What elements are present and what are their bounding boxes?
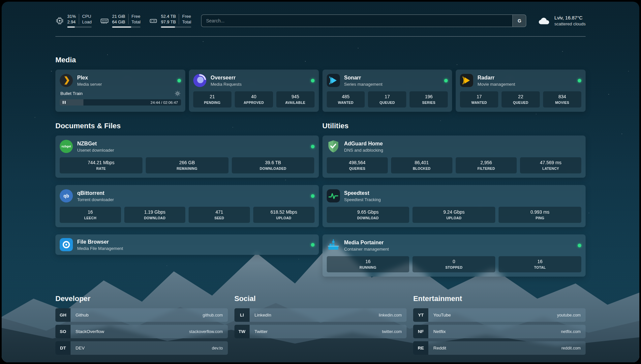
- portainer-icon: [327, 239, 340, 252]
- pause-button[interactable]: [63, 101, 66, 104]
- ram-total-value: 64 GiB: [112, 19, 125, 25]
- bookmark-stackoverflow[interactable]: SO StackOverflow stackoverflow.com: [55, 325, 228, 338]
- section-social: Social LI LinkedIn linkedin.com TW Twitt…: [234, 294, 407, 358]
- status-online-dot: [578, 79, 581, 82]
- app-subtitle: Torrent downloader: [77, 197, 114, 202]
- weather-location: Lviv, 16.87°C: [554, 15, 586, 20]
- github-icon: GH: [55, 308, 71, 322]
- search-input[interactable]: [201, 15, 512, 27]
- app-subtitle: Usenet downloader: [77, 148, 114, 153]
- stat-series: 196SERIES: [410, 91, 448, 107]
- stat-wanted: 17WANTED: [460, 91, 498, 107]
- cpu-progress-bar: [67, 26, 92, 28]
- bookmark-linkedin[interactable]: LI LinkedIn linkedin.com: [234, 308, 407, 322]
- app-name: Media Portainer: [344, 239, 389, 246]
- app-name: Plex: [77, 75, 102, 81]
- bookmark-netflix[interactable]: NF Netflix netflix.com: [413, 325, 586, 338]
- stat-stopped: 0STOPPED: [412, 256, 495, 272]
- disk-icon: [149, 16, 158, 25]
- section-developer: Developer GH Github github.com SO StackO…: [55, 294, 228, 358]
- app-card-speedtest[interactable]: Speedtest Speedtest Tracking 9.65 GbpsDO…: [322, 185, 586, 227]
- section-title-social: Social: [234, 294, 407, 303]
- speedtest-icon: [327, 189, 340, 202]
- playback-time: 24:44 / 02:06:47: [151, 101, 178, 105]
- ram-free-value: 21 GiB: [112, 14, 125, 19]
- system-widgets: 31% 2.94 CPU Load: [55, 14, 191, 28]
- playback-progress-bar[interactable]: 24:44 / 02:06:47: [60, 99, 181, 106]
- app-name: File Browser: [77, 239, 123, 245]
- app-card-nzbget[interactable]: nzbget NZBGet Usenet downloader 744.21 M…: [55, 136, 319, 178]
- stat-seed: 471SEED: [189, 207, 250, 223]
- now-playing-title: Bullet Train: [60, 91, 83, 96]
- status-online-dot: [444, 79, 448, 82]
- status-online-dot: [177, 79, 181, 82]
- ram-total-label: Total: [132, 19, 140, 25]
- plex-icon: [60, 74, 73, 87]
- sonarr-icon: [327, 74, 340, 87]
- status-online-dot: [311, 194, 315, 198]
- status-online-dot: [578, 244, 581, 247]
- app-name: AdGuard Home: [344, 140, 383, 147]
- header-divider: [55, 36, 586, 37]
- disk-free-value: 52.4 TB: [161, 14, 176, 19]
- weather-widget: Lviv, 16.87°C scattered clouds: [538, 15, 586, 26]
- search-engine-button[interactable]: G: [512, 15, 526, 27]
- twitter-icon: TW: [234, 325, 250, 338]
- ram-widget: 21 GiB 64 GiB Free Total: [100, 14, 140, 28]
- app-card-radarr[interactable]: Radarr Movie management 17WANTED 22QUEUE…: [456, 70, 586, 112]
- bookmark-youtube[interactable]: YT YouTube youtube.com: [413, 308, 586, 322]
- overseerr-icon: [193, 74, 206, 87]
- bookmark-github[interactable]: GH Github github.com: [55, 308, 228, 322]
- search-bar: G: [201, 15, 526, 27]
- gear-icon[interactable]: [175, 91, 180, 96]
- section-title-media: Media: [55, 56, 586, 64]
- stackoverflow-icon: SO: [55, 325, 71, 338]
- filebrowser-icon: [60, 238, 73, 251]
- stat-queued: 22QUEUED: [502, 91, 540, 107]
- reddit-icon: RE: [413, 341, 428, 355]
- stat-available: 945AVAILABLE: [276, 91, 315, 107]
- stat-wanted: 485WANTED: [327, 91, 365, 107]
- section-title-developer: Developer: [55, 294, 228, 303]
- section-title-entertainment: Entertainment: [413, 294, 586, 303]
- header-bar: 31% 2.94 CPU Load: [55, 2, 586, 28]
- section-entertainment: Entertainment YT YouTube youtube.com NF …: [413, 294, 586, 358]
- cloud-icon: [538, 16, 550, 25]
- stat-queued: 17QUEUED: [368, 91, 406, 107]
- ram-free-label: Free: [132, 14, 140, 19]
- stat-downloaded: 39.6 TBDOWNLOADED: [232, 157, 315, 173]
- status-online-dot: [311, 79, 315, 82]
- app-card-sonarr[interactable]: Sonarr Series management 485WANTED 17QUE…: [322, 70, 452, 112]
- disk-widget: 52.4 TB 97.9 TB Free Total: [149, 14, 191, 28]
- stat-rate: 744.21 MbpsRATE: [60, 157, 142, 173]
- stat-latency: 47.569 msLATENCY: [520, 157, 581, 173]
- qbittorrent-icon: qb: [60, 189, 73, 202]
- app-subtitle: Movie management: [477, 82, 515, 87]
- cpu-chip-icon: [55, 16, 64, 25]
- stat-running: 16RUNNING: [327, 256, 410, 272]
- radarr-icon: [460, 74, 473, 87]
- dashboard-screen: 31% 2.94 CPU Load: [2, 2, 639, 362]
- app-card-filebrowser[interactable]: File Browser Media File Management: [55, 234, 319, 255]
- app-subtitle: Media Requests: [211, 82, 242, 87]
- bookmark-reddit[interactable]: RE Reddit reddit.com: [413, 341, 586, 355]
- app-card-overseerr[interactable]: Overseerr Media Requests 21PENDING 40APP…: [189, 70, 319, 112]
- dev-icon: DT: [55, 341, 71, 355]
- bookmark-twitter[interactable]: TW Twitter twitter.com: [234, 325, 407, 338]
- app-subtitle: Media server: [77, 82, 102, 87]
- app-card-plex[interactable]: Plex Media server Bullet Train: [55, 70, 185, 112]
- app-card-qbittorrent[interactable]: qb qBittorrent Torrent downloader 16LEEC…: [55, 185, 319, 227]
- app-card-adguard[interactable]: AdGuard Home DNS and adblocking 498,564Q…: [322, 136, 586, 178]
- cpu-widget: 31% 2.94 CPU Load: [55, 14, 92, 28]
- app-card-portainer[interactable]: Media Portainer Container management 16R…: [322, 234, 586, 277]
- section-documents: Documents & Files nzbget NZBGet Usenet d…: [55, 122, 319, 255]
- cpu-label: CPU: [82, 14, 92, 19]
- nzbget-icon: nzbget: [60, 140, 73, 153]
- stat-queries: 498,564QUERIES: [327, 157, 388, 173]
- bookmark-dev[interactable]: DT DEV dev.to: [55, 341, 228, 355]
- status-online-dot: [311, 145, 315, 148]
- adguard-shield-icon: [327, 140, 340, 153]
- stat-upload: 618.52 MbpsUPLOAD: [253, 207, 315, 223]
- ram-progress-bar: [112, 26, 140, 28]
- weather-condition: scattered clouds: [554, 21, 586, 26]
